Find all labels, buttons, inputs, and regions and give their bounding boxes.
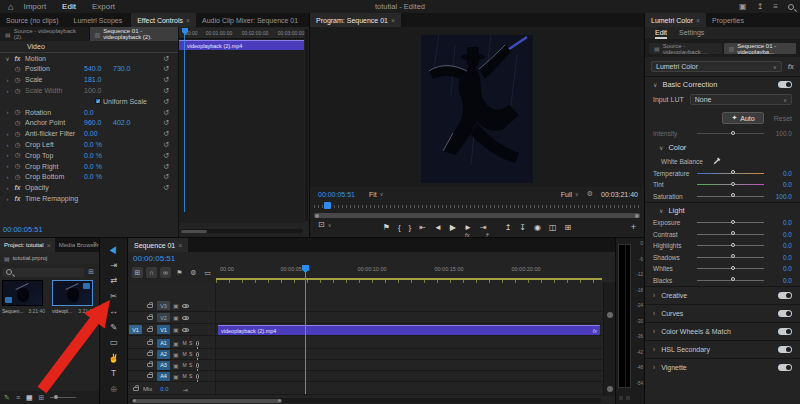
zoom-tool[interactable]: ⊕ bbox=[106, 383, 122, 395]
wrench-icon[interactable]: ⚙ bbox=[587, 190, 593, 198]
reset-icon[interactable]: ↺ bbox=[163, 162, 169, 171]
effect-row[interactable]: ◷ Anchor Point 960.0 402.0 ↺ bbox=[0, 118, 178, 129]
breadcrumb[interactable]: ▤ totutial.prproj bbox=[0, 252, 99, 264]
effect-row[interactable]: › ◷ Crop Left 0.0 % ↺ bbox=[0, 139, 178, 150]
stopwatch-icon[interactable]: ◷ bbox=[12, 108, 23, 116]
effect-row[interactable]: › ◷ Crop Top 0.0 % ↺ bbox=[0, 150, 178, 161]
slip-tool[interactable]: ↔ bbox=[106, 305, 122, 317]
reset-icon[interactable]: ↺ bbox=[163, 97, 169, 106]
panel-tab[interactable]: Project: totutial × bbox=[0, 238, 55, 252]
slider-knob[interactable] bbox=[731, 193, 735, 197]
light-slider[interactable]: Whites 0.0 bbox=[645, 263, 800, 275]
effect-row[interactable]: › fx Time Remapping bbox=[0, 193, 178, 204]
clip-thumbnail[interactable] bbox=[52, 280, 93, 306]
chevron-icon[interactable]: ∨ bbox=[3, 55, 12, 62]
input-lut-dropdown[interactable]: None ∨ bbox=[690, 94, 792, 105]
intensity-slider[interactable]: Intensity 100.0 bbox=[645, 128, 800, 140]
track-target-button[interactable]: V3 bbox=[157, 301, 170, 310]
effect-row[interactable]: ∨ fx Motion ↺ bbox=[0, 53, 178, 64]
collapsed-section[interactable]: › Color Wheels & Match bbox=[645, 322, 800, 340]
panel-tab[interactable]: Lumetri Color × bbox=[645, 13, 706, 27]
property-value[interactable]: 960.0 bbox=[84, 119, 102, 126]
sync-lock-icon[interactable]: ▣ bbox=[173, 351, 179, 358]
track-target-button[interactable]: A3 bbox=[157, 361, 170, 370]
comparison-view-icon[interactable]: ◫ bbox=[549, 223, 557, 232]
reset-button[interactable]: Reset bbox=[774, 115, 792, 122]
sync-lock-icon[interactable]: ▣ bbox=[173, 314, 179, 321]
workspace-icon[interactable]: ▣ bbox=[739, 2, 747, 11]
source-patch-button[interactable] bbox=[129, 372, 142, 381]
program-scrollbar[interactable] bbox=[314, 213, 640, 218]
program-time-ruler[interactable] bbox=[314, 202, 640, 211]
property-value[interactable]: 0.0 % bbox=[84, 152, 102, 159]
section-enable-toggle[interactable] bbox=[778, 81, 792, 88]
reset-icon[interactable]: ↺ bbox=[163, 140, 169, 149]
section-enable-toggle[interactable] bbox=[778, 292, 792, 299]
export-frame-icon[interactable]: ◉ bbox=[534, 223, 541, 232]
clip-fx-badge[interactable]: fx bbox=[593, 328, 600, 334]
audio-track[interactable]: A3 ▣ M S bbox=[128, 360, 602, 371]
reset-icon[interactable]: ↺ bbox=[163, 64, 169, 73]
effect-row[interactable]: › ◷ Crop Bottom 0.0 % ↺ bbox=[0, 172, 178, 183]
property-value[interactable]: 0.0 % bbox=[84, 173, 102, 180]
project-item[interactable]: Sequen... 3:21:40 bbox=[2, 280, 45, 314]
clip-tab[interactable]: ▤ Source - videoplayback (2). bbox=[0, 27, 90, 41]
effect-row[interactable]: Video bbox=[0, 42, 178, 53]
slider-knob[interactable] bbox=[731, 254, 735, 258]
lock-icon[interactable] bbox=[147, 352, 153, 356]
toggle-track-output-icon[interactable] bbox=[182, 304, 189, 308]
program-video-area[interactable] bbox=[310, 27, 644, 187]
mini-timeline-clip[interactable]: videoplayback (2).mp4 bbox=[179, 40, 304, 50]
reset-icon[interactable]: ↺ bbox=[163, 75, 169, 84]
subnav-tab[interactable]: Edit bbox=[655, 27, 667, 39]
type-tool[interactable]: T bbox=[106, 367, 122, 379]
video-track[interactable]: V3 ▣ bbox=[128, 300, 602, 312]
reset-icon[interactable]: ↺ bbox=[163, 108, 169, 117]
source-patch-button[interactable] bbox=[129, 361, 142, 370]
chevron-icon[interactable]: › bbox=[3, 163, 12, 169]
sync-lock-icon[interactable]: ▣ bbox=[173, 302, 179, 309]
chevron-icon[interactable]: › bbox=[3, 142, 12, 148]
tab-close-icon[interactable]: × bbox=[696, 17, 700, 24]
zoom-level-dropdown[interactable]: Fit ∨ bbox=[369, 191, 383, 198]
lock-icon[interactable] bbox=[133, 387, 139, 391]
chevron-icon[interactable]: › bbox=[3, 185, 12, 191]
panel-tab[interactable]: Source (no clips) bbox=[0, 13, 68, 27]
program-timecode[interactable]: 00:00:05:51 bbox=[318, 191, 355, 198]
menu-item[interactable]: Export bbox=[92, 2, 115, 11]
extract-icon[interactable]: ↧ bbox=[519, 223, 526, 232]
property-value-2[interactable]: 402.0 bbox=[113, 119, 131, 126]
chevron-icon[interactable]: › bbox=[3, 77, 12, 83]
stopwatch-icon[interactable]: ◷ bbox=[12, 87, 23, 95]
icon-view-icon[interactable]: ▦ bbox=[26, 394, 33, 402]
panel-tab[interactable]: Audio Clip Mixer: Sequence 01 bbox=[196, 13, 307, 27]
track-target-button[interactable]: A4 bbox=[157, 372, 170, 381]
mix-value[interactable]: 0.0 bbox=[160, 386, 168, 392]
horizontal-scrollbar[interactable] bbox=[180, 229, 303, 233]
stopwatch-icon[interactable]: ◷ bbox=[12, 65, 23, 73]
sequence-tab[interactable]: Sequence 01 × bbox=[128, 238, 188, 252]
reset-icon[interactable]: ↺ bbox=[163, 86, 169, 95]
horizontal-scrollbar[interactable] bbox=[130, 398, 601, 403]
source-patch-button[interactable] bbox=[129, 301, 142, 310]
step-forward-icon[interactable]: ► bbox=[464, 223, 472, 232]
stopwatch-icon[interactable]: fx bbox=[12, 195, 23, 202]
play-icon[interactable]: ▶ bbox=[450, 223, 456, 232]
mini-timeline-ruler[interactable]: 00:0000:01:00:0000:02:00:0000:03:00:00 bbox=[179, 28, 304, 39]
lock-icon[interactable] bbox=[147, 304, 153, 308]
timeline-timecode[interactable]: 00:00:05:51 bbox=[133, 254, 175, 263]
chevron-right-icon[interactable]: › bbox=[653, 346, 655, 353]
list-view-icon[interactable]: ≡ bbox=[16, 394, 20, 402]
tab-close-icon[interactable]: × bbox=[47, 242, 51, 249]
menu-item[interactable]: Import bbox=[23, 2, 46, 11]
slider-knob[interactable] bbox=[731, 231, 735, 235]
solo-button[interactable]: S bbox=[188, 351, 194, 357]
stopwatch-icon[interactable]: ◷ bbox=[12, 130, 23, 138]
property-value[interactable]: 181.0 bbox=[84, 76, 102, 83]
scroll-handle[interactable] bbox=[607, 312, 613, 318]
menu-item[interactable]: Edit bbox=[62, 2, 76, 11]
source-patch-button[interactable] bbox=[129, 313, 142, 322]
slider-knob[interactable] bbox=[731, 243, 735, 247]
effect-controls-timecode[interactable]: 00:00:05:51 bbox=[3, 225, 43, 234]
stopwatch-icon[interactable]: ◷ bbox=[12, 173, 23, 181]
